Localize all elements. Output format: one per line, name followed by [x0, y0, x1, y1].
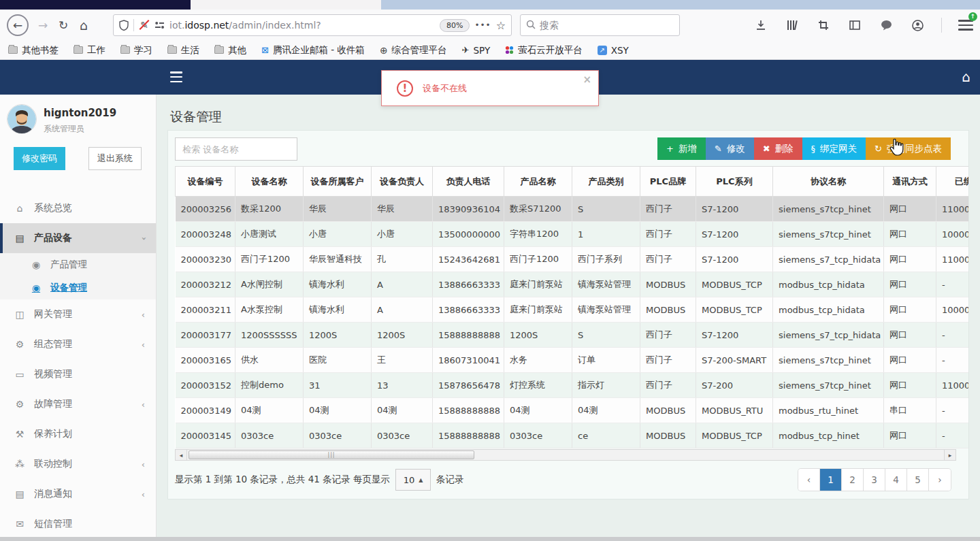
plus-action-button[interactable]: +新增 [657, 137, 706, 160]
permissions-icon[interactable] [154, 20, 165, 30]
sidebar-item-产品管理[interactable]: ◉产品管理 [0, 253, 156, 276]
app-home-icon[interactable]: ⌂ [962, 69, 970, 85]
table-cell: siemens_s7tcp_hinet [773, 373, 884, 398]
scroll-left-arrow[interactable]: ◂ [176, 450, 187, 460]
zoom-level-badge[interactable]: 80% [440, 19, 470, 32]
bookmark-item[interactable]: ✈SPY [462, 45, 491, 56]
sidebar-toggle-icon[interactable] [170, 71, 182, 82]
device-panel: +新增✎修改✖删除§绑定网关↻强制同步点表 设备编号设备名称设备所属客户设备负责… [167, 130, 969, 499]
library-icon[interactable] [785, 18, 800, 33]
browser-search-bar[interactable] [520, 14, 680, 36]
table-row[interactable]: 200003211A水泵控制镇海水利A13886663333庭来门前泵站镇海泵站… [176, 297, 970, 323]
sidebar-item-联动控制[interactable]: ⁂联动控制‹ [0, 449, 156, 479]
sidebar-item-label: 产品管理 [50, 259, 145, 271]
table-row[interactable]: 200003230西门子1200华辰智通科技孔15243642681西门子120… [176, 247, 970, 272]
bookmark-item[interactable]: ⊕综合管理平台 [380, 44, 447, 56]
bookmark-label: 腾讯企业邮箱 - 收件箱 [273, 44, 365, 56]
refresh-action-button[interactable]: ↻强制同步点表 [866, 137, 951, 160]
alert-close-icon[interactable]: × [583, 73, 591, 86]
bookmark-item[interactable]: 学习 [120, 44, 152, 56]
bookmark-item[interactable]: ⊠腾讯企业邮箱 - 收件箱 [261, 44, 365, 56]
page-actions-icon[interactable]: ••• [474, 20, 491, 30]
downloads-icon[interactable] [753, 18, 768, 33]
sidebar-item-设备管理[interactable]: ◉设备管理 [0, 276, 156, 299]
horizontal-scrollbar[interactable]: ◂ ||| ▸ [175, 449, 956, 461]
sidebar-item-消息通知[interactable]: ▤消息通知‹ [0, 479, 156, 509]
sidebar-item-系统总览[interactable]: ⌂系统总览 [0, 193, 156, 223]
next-page-button[interactable]: › [929, 469, 951, 491]
sidebar-item-label: 组态管理 [34, 338, 133, 350]
change-password-button[interactable]: 修改密码 [14, 147, 65, 170]
sidebars-icon[interactable] [847, 18, 862, 33]
back-button[interactable]: ← [7, 14, 29, 36]
column-header: 设备名称 [235, 167, 304, 197]
sidebar-item-保养计划[interactable]: ⚒保养计划 [0, 419, 156, 449]
url-bar[interactable]: ✎ iot.idosp.net/admin/index.html? 80% ••… [113, 14, 512, 36]
table-row[interactable]: 2000031450303ce0303ce0303ce1588888888803… [176, 423, 970, 448]
bookmark-item[interactable]: 萤石云开放平台 [505, 44, 583, 56]
bookmark-label: XSY [611, 45, 629, 56]
table-row[interactable]: 200003152控制demo311315878656478灯控系统指示灯西门子… [176, 373, 970, 398]
chat-bubble-icon[interactable] [879, 18, 894, 33]
table-row[interactable]: 20000314904测04测04测1588888888804测04测MODBU… [176, 398, 970, 423]
sidebar-item-产品设备[interactable]: ▤产品设备‹ [0, 223, 156, 253]
screenshot-crop-icon[interactable] [816, 18, 831, 33]
table-row[interactable]: 200003256数采1200华辰华辰18390936104数采S71200S西… [176, 197, 970, 222]
table-cell: 网口 [884, 272, 936, 297]
device-search-input[interactable] [175, 137, 297, 161]
bookmark-star-icon[interactable]: ☆ [496, 19, 506, 32]
table-row[interactable]: 200003165供水医院王18607310041水务订单西门子S7-200-S… [176, 348, 970, 373]
refresh-icon: ↻ [875, 144, 882, 154]
sidebar-item-短信管理[interactable]: ✉短信管理 [0, 509, 156, 539]
bookmark-item[interactable]: 其他 [214, 44, 246, 56]
bookmark-item[interactable]: 工作 [74, 44, 105, 56]
page-button-3[interactable]: 3 [864, 469, 885, 491]
table-row[interactable]: 2000031771200SSSSSS1200S1200S15888888888… [176, 323, 970, 348]
scrollbar-thumb[interactable]: ||| [189, 450, 474, 459]
table-cell: 13500000000 [433, 222, 504, 247]
url-text[interactable]: iot.idosp.net/admin/index.html? [169, 20, 435, 31]
prev-page-button[interactable]: ‹ [798, 469, 820, 491]
menu-hamburger-icon[interactable]: ↑ [958, 18, 973, 33]
table-cell: 西门子 [640, 348, 696, 373]
tencent-mail-icon: ⊠ [261, 46, 269, 54]
browser-search-input[interactable] [540, 20, 674, 31]
table-row[interactable]: 200003248小唐测试小唐小唐13500000000字符串12001西门子S… [176, 222, 970, 247]
page-size-select[interactable]: 10▲ [395, 469, 431, 491]
sidebar-item-视频管理[interactable]: ▭视频管理 [0, 359, 156, 389]
edit-blocked-icon[interactable]: ✎ [139, 20, 150, 31]
account-icon[interactable] [910, 18, 925, 33]
bookmark-item[interactable]: ↗XSY [598, 45, 629, 56]
sidebar-item-故障管理[interactable]: ⚙故障管理‹ [0, 389, 156, 419]
scrollbar-track[interactable]: ||| [187, 450, 944, 460]
action-button-label: 绑定网关 [820, 143, 857, 155]
avatar[interactable] [7, 104, 37, 134]
logout-button[interactable]: 退出系统 [88, 147, 142, 170]
refresh-button[interactable]: ↻ [53, 15, 74, 35]
sidebar-item-组态管理[interactable]: ⚙组态管理‹ [0, 329, 156, 359]
table-cell: siemens_s7_tcp_hidata [773, 323, 884, 348]
active-tab[interactable] [191, 0, 381, 10]
home-button[interactable]: ⌂ [74, 15, 94, 35]
link-action-button[interactable]: §绑定网关 [802, 137, 866, 160]
scroll-right-arrow[interactable]: ▸ [944, 450, 956, 460]
page-button-2[interactable]: 2 [842, 469, 864, 491]
bookmark-item[interactable]: 生活 [167, 44, 199, 56]
table-cell: MODBUS [640, 423, 696, 448]
plane-icon: ✈ [462, 46, 470, 54]
column-header: 设备编号 [176, 167, 235, 197]
forward-button[interactable]: → [33, 15, 53, 35]
page-button-4[interactable]: 4 [885, 469, 907, 491]
pencil-action-button[interactable]: ✎修改 [706, 137, 754, 160]
bookmark-item[interactable]: 其他书签 [8, 44, 59, 56]
page-button-5[interactable]: 5 [907, 469, 929, 491]
tracking-shield-icon[interactable] [119, 20, 129, 31]
sidebar-item-网关管理[interactable]: ◫网关管理‹ [0, 299, 156, 329]
table-cell: 西门子 [640, 197, 696, 222]
sidebar-item-label: 视频管理 [34, 368, 145, 380]
page-button-1[interactable]: 1 [820, 469, 842, 491]
cross-action-button[interactable]: ✖删除 [754, 137, 802, 160]
table-cell: 水务 [504, 348, 572, 373]
table-cell: 镇海水利 [304, 272, 372, 297]
table-row[interactable]: 200003212A水闸控制镇海水利A13886663333庭来门前泵站镇海泵站… [176, 272, 970, 297]
